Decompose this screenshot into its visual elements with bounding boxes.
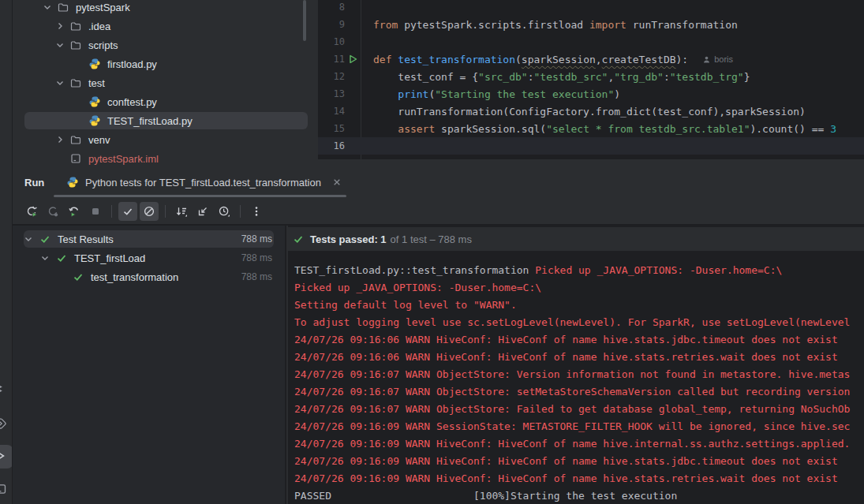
code-token: def <box>373 54 398 65</box>
code-token: "testdb_src" <box>534 71 608 83</box>
test-tree-item[interactable]: TEST_firstLoad788 ms <box>13 248 285 267</box>
code-token: "Starting the test execution" <box>435 88 614 100</box>
python-icon <box>88 57 103 71</box>
chevron-down-icon[interactable] <box>22 233 39 245</box>
run-tab[interactable]: Python tests for TEST_firstLoad.test_tra… <box>54 168 343 196</box>
chevron-down-icon[interactable] <box>39 252 55 264</box>
code-token: print <box>398 88 428 100</box>
project-tree-scrollbar[interactable] <box>303 0 306 41</box>
run-tab-label: Python tests for TEST_firstLoad.test_tra… <box>85 177 321 189</box>
console-error-text: 24/07/26 09:16:07 WARN ObjectStore: setM… <box>294 386 850 398</box>
project-tree-item-label: venv <box>88 134 110 146</box>
services-icon[interactable] <box>0 382 9 396</box>
test-tree-item[interactable]: test_transformation788 ms <box>13 267 285 286</box>
sort-by-duration-button[interactable] <box>172 202 191 221</box>
code-token: : <box>528 71 534 83</box>
project-tree-item[interactable]: pytestSpark <box>13 0 318 17</box>
editor-line: 12 test_conf = {"src_db":"testdb_src","t… <box>318 68 864 85</box>
show-passed-toggle[interactable] <box>118 202 137 221</box>
line-number: 16 <box>318 140 345 151</box>
project-tree-item-label: pytestSpark.iml <box>88 153 159 165</box>
author-inlay: boris <box>702 54 733 64</box>
console-line: 24/07/26 09:16:07 WARN ObjectStore: setM… <box>294 383 864 400</box>
python-icon <box>88 114 103 128</box>
person-icon <box>702 55 711 64</box>
test-tree-item-label: Test Results <box>58 233 114 245</box>
folder-icon <box>57 0 71 14</box>
code-token: ).count() == <box>750 123 830 135</box>
terminal-icon[interactable] <box>0 483 9 497</box>
folder-icon <box>69 133 84 147</box>
test-results-tree[interactable]: Test Results788 msTEST_firstLoad788 mste… <box>13 226 286 504</box>
line-number: 15 <box>318 123 345 134</box>
console-line: 24/07/26 09:16:09 WARN HiveConf: HiveCon… <box>294 435 864 452</box>
chevron-down-icon[interactable] <box>41 1 57 13</box>
project-tree-panel[interactable]: pytestSpark.ideascriptsfirstload.pytestc… <box>13 0 318 168</box>
test-tree-item[interactable]: Test Results788 ms <box>13 230 285 248</box>
project-tree-item[interactable]: conftest.py <box>13 92 318 111</box>
project-tree-item-label: TEST_firstLoad.py <box>107 115 193 127</box>
console-line: 24/07/26 09:16:09 WARN SessionState: MET… <box>294 417 864 435</box>
project-tree-item[interactable]: venv <box>13 130 318 149</box>
rerun-tests-button[interactable] <box>22 202 41 221</box>
check-icon <box>55 251 69 265</box>
project-tree-item[interactable]: .idea <box>13 17 318 35</box>
code-text: assert sparkSession.sql("select * from t… <box>361 123 836 135</box>
test-status-bar: Tests passed: 1 of 1 test – 788 ms <box>288 227 864 251</box>
project-tree-item[interactable]: firstload.py <box>13 54 318 73</box>
run-gutter-icon[interactable] <box>345 53 361 65</box>
line-number: 14 <box>318 106 345 117</box>
test-console[interactable]: Tests passed: 1 of 1 test – 788 ms TEST_… <box>288 226 864 504</box>
navigate-to-test-button[interactable] <box>193 202 212 221</box>
project-tree-item[interactable]: test <box>13 73 318 92</box>
code-token: 3 <box>830 123 836 135</box>
console-line: Picked up _JAVA_OPTIONS: -Duser.home=C:\ <box>294 278 864 296</box>
python-packages-icon[interactable] <box>0 417 9 431</box>
more-options-button[interactable] <box>247 202 266 221</box>
project-tree-item[interactable]: scripts <box>13 35 318 54</box>
test-duration: 788 ms <box>241 252 285 263</box>
close-icon[interactable] <box>331 176 343 189</box>
chevron-right-icon[interactable] <box>54 133 69 146</box>
code-token: "src_db" <box>478 71 528 83</box>
test-history-button[interactable] <box>215 202 234 221</box>
test-tree-item-label: test_transformation <box>91 271 178 283</box>
line-number: 9 <box>318 19 345 30</box>
test-duration: 788 ms <box>241 233 285 245</box>
project-tree-item-label: firstload.py <box>107 58 157 70</box>
code-token: : <box>664 71 670 83</box>
chevron-down-icon[interactable] <box>54 77 69 89</box>
chevron-down-icon[interactable] <box>54 39 69 51</box>
toolbar-separator <box>165 205 166 218</box>
check-icon <box>292 233 305 245</box>
run-toolwindow-icon[interactable] <box>0 450 9 464</box>
tool-window-stripe <box>0 0 13 504</box>
chevron-right-icon[interactable] <box>54 20 69 32</box>
line-number: 8 <box>318 2 345 13</box>
folder-icon <box>69 19 84 33</box>
project-tree-item[interactable]: TEST_firstLoad.py <box>13 111 318 130</box>
line-number: 11 <box>318 54 345 65</box>
show-ignored-toggle[interactable] <box>140 202 159 221</box>
editor-horizontal-scrollbar[interactable] <box>318 159 864 168</box>
folder-icon <box>69 76 84 90</box>
code-token: assert <box>398 123 441 135</box>
code-token: "trg_db" <box>614 71 664 83</box>
editor-panel[interactable]: 89from pytestSpark.scripts.firstload imp… <box>318 0 864 159</box>
toggle-auto-test-button[interactable] <box>65 202 84 221</box>
console-line: 24/07/26 09:16:07 WARN ObjectStore: Fail… <box>294 400 864 417</box>
editor-line: 15 assert sparkSession.sql("select * fro… <box>318 120 864 137</box>
active-tab-underline <box>54 195 346 197</box>
console-line: PASSED [100%]Starting the test execution <box>294 487 864 504</box>
code-token: "testdb_trg" <box>670 71 744 83</box>
folder-icon <box>69 38 84 52</box>
test-duration: 788 ms <box>241 271 285 282</box>
status-passed-text: Tests passed: 1 <box>310 233 387 245</box>
code-token: ): <box>676 54 689 65</box>
project-tree-item[interactable]: pytestSpark.iml <box>13 149 318 168</box>
console-error-text: 24/07/26 09:16:07 WARN ObjectStore: Fail… <box>294 403 850 415</box>
python-icon <box>88 95 103 109</box>
code-token: } <box>744 71 750 83</box>
run-toolbar <box>22 200 266 223</box>
console-line: 24/07/26 09:16:07 WARN ObjectStore: Vers… <box>294 365 864 383</box>
